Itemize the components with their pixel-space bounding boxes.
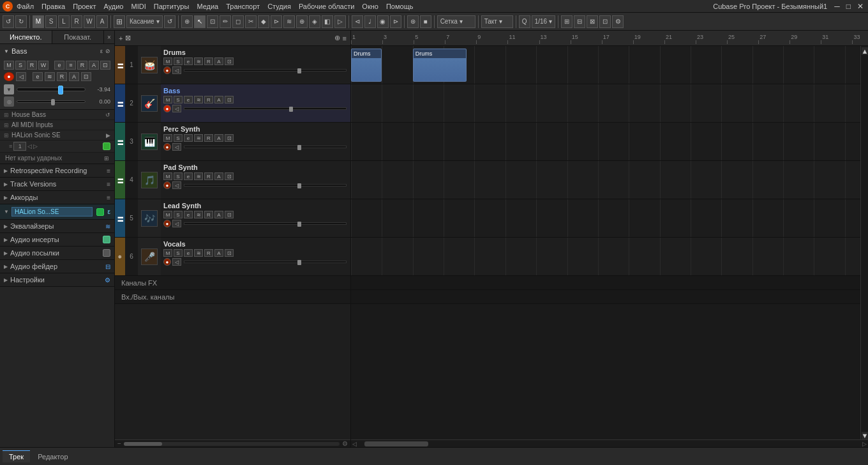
- track-r-btn[interactable]: R: [204, 172, 213, 180]
- track-a-btn[interactable]: A: [214, 96, 223, 103]
- view-btn5[interactable]: ⚙: [612, 15, 624, 28]
- track-s-btn[interactable]: S: [174, 134, 183, 142]
- channel-arrow-left[interactable]: ◁: [27, 143, 32, 149]
- tool-select-arrow[interactable]: ↖: [194, 15, 206, 28]
- menu-midi[interactable]: MIDI: [131, 3, 146, 10]
- track-monitor-btn[interactable]: ◁: [172, 105, 181, 112]
- menu-transport[interactable]: Транспорт: [226, 3, 260, 10]
- track-rec-btn[interactable]: ●: [163, 258, 171, 266]
- track-monitor-btn[interactable]: ◁: [172, 220, 181, 227]
- tool-mute[interactable]: ◈: [309, 15, 320, 28]
- tool-timestretch[interactable]: ⊳: [271, 15, 282, 28]
- track-s-btn[interactable]: S: [174, 172, 183, 180]
- monitor-btn1[interactable]: ⊲: [352, 15, 363, 28]
- track-fader-mini[interactable]: [184, 146, 347, 148]
- quantize-dropdown[interactable]: Такт ▾: [481, 15, 513, 28]
- tool-select-btn[interactable]: ⊕: [181, 15, 193, 28]
- menu-project[interactable]: Проект: [73, 3, 96, 10]
- bass-down-btn[interactable]: A: [89, 61, 99, 70]
- track-s-btn[interactable]: S: [174, 96, 183, 103]
- maximize-btn[interactable]: □: [844, 2, 853, 11]
- menu-audio[interactable]: Аудио: [103, 3, 123, 10]
- track-monitor-btn[interactable]: ◁: [172, 143, 181, 151]
- audio-sends-icon[interactable]: [103, 249, 110, 257]
- redo-btn[interactable]: ↻: [15, 15, 27, 28]
- tool-range[interactable]: ⊡: [207, 15, 218, 28]
- track-r-btn[interactable]: R: [204, 96, 213, 103]
- bass-fader-track[interactable]: [17, 88, 86, 91]
- close-btn[interactable]: ✕: [855, 2, 865, 11]
- scroll-settings[interactable]: ⚙: [342, 440, 348, 447]
- scroll-up-btn[interactable]: ▲: [862, 47, 868, 55]
- track-e-btn[interactable]: e: [184, 96, 193, 103]
- bass-rec-btn[interactable]: ●: [4, 72, 14, 81]
- q-btn[interactable]: Q: [519, 15, 530, 28]
- arr-scroll-h[interactable]: ◁ ▷: [351, 439, 868, 447]
- bass-settings-btn[interactable]: R: [77, 61, 87, 70]
- arrangement-content[interactable]: DrumsDrums: [351, 46, 860, 439]
- tracklist-search-btn[interactable]: ⊕: [334, 34, 340, 42]
- color-btn[interactable]: ■: [420, 15, 431, 28]
- snap-type-dropdown[interactable]: Касание ▾: [126, 15, 163, 28]
- retro-rec-icon[interactable]: ≡: [107, 167, 110, 174]
- bass-editor-btn[interactable]: ≡: [66, 61, 76, 70]
- bottom-tab-track[interactable]: Трек: [3, 450, 30, 462]
- arrangement-track-lane[interactable]: DrumsDrums: [351, 46, 860, 84]
- settings-section[interactable]: ▶ Настройки ⚙: [0, 273, 114, 287]
- eq-section[interactable]: ▶ Эквалайзеры ≋: [0, 220, 114, 233]
- clip-drums-2[interactable]: Drums: [413, 49, 467, 82]
- track-eq-btn[interactable]: ≋: [194, 211, 203, 218]
- monitor-btn3[interactable]: ◉: [377, 15, 389, 28]
- audio-inserts-section[interactable]: ▶ Аудио инсерты: [0, 233, 114, 247]
- menu-scores[interactable]: Партитуры: [154, 3, 190, 10]
- snap-type-icon[interactable]: ⊞: [114, 15, 125, 28]
- bass-a2-btn[interactable]: A: [69, 72, 79, 81]
- menu-window[interactable]: Окно: [362, 3, 378, 10]
- track-a-btn[interactable]: A: [214, 172, 223, 180]
- bass-s-btn[interactable]: S: [15, 61, 26, 70]
- r-btn[interactable]: R: [71, 15, 82, 28]
- track-m-btn[interactable]: M: [163, 211, 172, 218]
- track-rec-btn[interactable]: ●: [163, 66, 171, 74]
- track-fader-mini[interactable]: [184, 184, 347, 187]
- track-a-btn[interactable]: A: [214, 249, 223, 257]
- track-monitor-btn[interactable]: ◁: [172, 66, 181, 74]
- bass-extra[interactable]: ⊡: [100, 61, 110, 70]
- arrangement-track-lane[interactable]: [351, 84, 860, 123]
- tool-draw[interactable]: ✏: [220, 15, 231, 28]
- arrangement-track-lane[interactable]: [351, 238, 860, 276]
- track-rec-btn[interactable]: ●: [163, 220, 171, 227]
- arrangement-track-lane[interactable]: [351, 199, 860, 238]
- track-m-btn[interactable]: M: [163, 134, 172, 142]
- track-rec-btn[interactable]: ●: [163, 105, 171, 112]
- view-btn3[interactable]: ⊠: [587, 15, 598, 28]
- track-fader-mini[interactable]: [184, 69, 347, 72]
- track-s-btn[interactable]: S: [174, 249, 183, 257]
- track-r-btn[interactable]: R: [204, 249, 213, 257]
- menu-studio[interactable]: Студия: [267, 3, 291, 10]
- track-r-btn[interactable]: R: [204, 211, 213, 218]
- track-m-btn[interactable]: M: [163, 172, 172, 180]
- bass-pan-track[interactable]: [17, 100, 86, 103]
- menu-workspaces[interactable]: Рабочие области: [299, 3, 354, 10]
- track-eq-btn[interactable]: ≋: [194, 57, 203, 65]
- view-btn4[interactable]: ⊡: [599, 15, 611, 28]
- bass-pan-thumb[interactable]: [51, 99, 55, 105]
- halion-edit-btn[interactable]: ▶: [106, 132, 110, 139]
- track-r-btn[interactable]: R: [204, 134, 213, 142]
- track-versions-icon[interactable]: ≡: [107, 181, 110, 188]
- track-m-btn[interactable]: M: [163, 57, 172, 65]
- halion-plugin-name[interactable]: HALion So...SE: [11, 207, 93, 217]
- track-eq-btn[interactable]: ≋: [194, 134, 203, 142]
- track-s-btn[interactable]: S: [174, 211, 183, 218]
- track-fader-mini[interactable]: [184, 261, 347, 263]
- add-track-btn[interactable]: +: [119, 34, 123, 42]
- bass-r2-btn[interactable]: R: [57, 72, 67, 81]
- menu-edit[interactable]: Правка: [41, 3, 65, 10]
- bass-extra2[interactable]: ⊡: [81, 72, 91, 81]
- tool-glue[interactable]: ◆: [258, 15, 269, 28]
- tool-play-cursor[interactable]: ▷: [334, 15, 346, 28]
- bass-collapse[interactable]: ▼ Bass ε ⊘: [0, 44, 114, 58]
- track-extra-btn[interactable]: ⊡: [225, 134, 234, 142]
- bottom-tab-editor[interactable]: Редактор: [31, 450, 74, 462]
